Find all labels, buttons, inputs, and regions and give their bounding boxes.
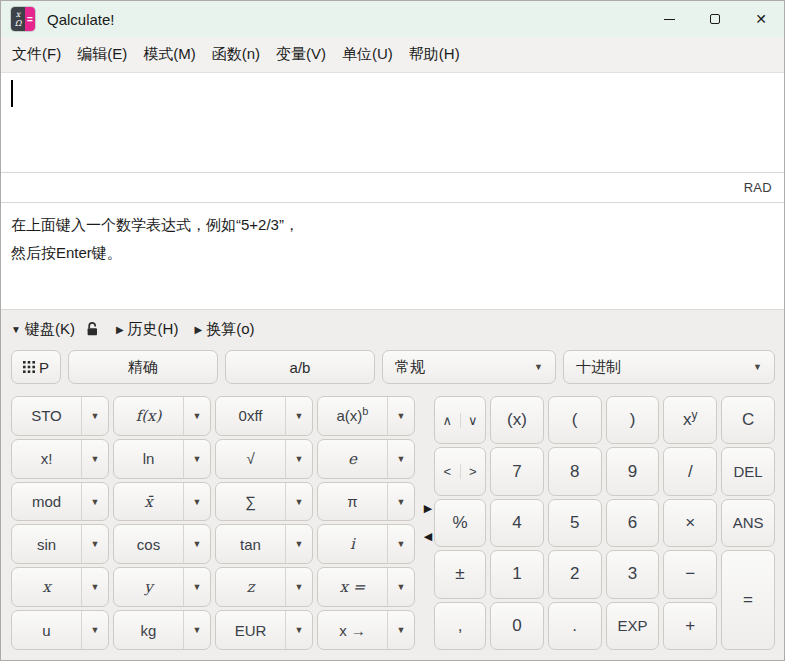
key-tan[interactable]: tan▼ [215,524,313,564]
key-solve[interactable]: x =▼ [317,567,415,607]
nav-right-icon[interactable]: > [460,464,486,479]
dropdown-arrow-icon[interactable]: ▼ [183,397,210,435]
key-subtract[interactable]: − [663,550,717,598]
exact-mode-button[interactable]: 精确 [68,350,218,384]
tab-convert[interactable]: ▶ 换算(o) [194,320,254,339]
key-comma[interactable]: , [434,602,486,650]
key-factorial[interactable]: x!▼ [11,439,109,479]
key-7[interactable]: 7 [490,447,544,495]
dropdown-arrow-icon[interactable]: ▼ [81,611,108,649]
lock-icon[interactable] [85,321,100,337]
key-answer[interactable]: ANS [721,499,775,547]
dropdown-arrow-icon[interactable]: ▼ [183,440,210,478]
tab-keyboard[interactable]: ▼ 键盘(K) [11,320,100,339]
key-unit-kg[interactable]: kg▼ [113,610,211,650]
dropdown-arrow-icon[interactable]: ▼ [285,483,312,521]
minimize-button[interactable] [646,1,692,37]
nav-down-icon[interactable]: ∨ [460,413,486,428]
menu-units[interactable]: 单位(U) [334,39,401,70]
key-store[interactable]: STO▼ [11,396,109,436]
expression-input[interactable] [1,73,784,172]
key-i[interactable]: i▼ [317,524,415,564]
key-percent[interactable]: % [434,499,486,547]
close-button[interactable]: ✕ [738,1,784,37]
angle-mode-status[interactable]: RAD [744,180,772,195]
dropdown-arrow-icon[interactable]: ▼ [285,568,312,606]
key-y[interactable]: y▼ [113,567,211,607]
key-open-paren[interactable]: ( [548,396,602,444]
key-base-exponent[interactable]: a(x)b▼ [317,396,415,436]
key-exp[interactable]: EXP [606,602,660,650]
nav-left-right-keys[interactable]: < > [434,447,486,495]
key-5[interactable]: 5 [548,499,602,547]
dropdown-arrow-icon[interactable]: ▼ [81,483,108,521]
number-format-select[interactable]: 常规 ▼ [382,350,556,384]
menu-help[interactable]: 帮助(H) [401,39,468,70]
key-x[interactable]: x▼ [11,567,109,607]
key-8[interactable]: 8 [548,447,602,495]
tab-history[interactable]: ▶ 历史(H) [116,320,179,339]
menu-mode[interactable]: 模式(M) [135,39,204,70]
key-function[interactable]: f(x)▼ [113,396,211,436]
dropdown-arrow-icon[interactable]: ▼ [183,483,210,521]
key-plus-minus[interactable]: ± [434,550,486,598]
key-0[interactable]: 0 [490,602,544,650]
key-ln[interactable]: ln▼ [113,439,211,479]
nav-up-icon[interactable]: ∧ [435,413,460,428]
dropdown-arrow-icon[interactable]: ▼ [387,483,414,521]
key-power[interactable]: xy [663,396,717,444]
key-unit-u[interactable]: u▼ [11,610,109,650]
key-3[interactable]: 3 [606,550,660,598]
dropdown-arrow-icon[interactable]: ▼ [183,611,210,649]
dropdown-arrow-icon[interactable]: ▼ [285,397,312,435]
key-z[interactable]: z▼ [215,567,313,607]
key-e[interactable]: e▼ [317,439,415,479]
key-1[interactable]: 1 [490,550,544,598]
dropdown-arrow-icon[interactable]: ▼ [285,525,312,563]
key-4[interactable]: 4 [490,499,544,547]
dropdown-arrow-icon[interactable]: ▼ [387,397,414,435]
dropdown-arrow-icon[interactable]: ▼ [387,611,414,649]
key-sum[interactable]: ∑▼ [215,482,313,522]
dropdown-arrow-icon[interactable]: ▼ [387,525,414,563]
key-cos[interactable]: cos▼ [113,524,211,564]
dropdown-arrow-icon[interactable]: ▼ [81,525,108,563]
key-convert[interactable]: x →▼ [317,610,415,650]
key-delete[interactable]: DEL [721,447,775,495]
dropdown-arrow-icon[interactable]: ▼ [387,568,414,606]
menu-functions[interactable]: 函数(n) [204,39,268,70]
key-mod[interactable]: mod▼ [11,482,109,522]
key-parenthesize[interactable]: (x) [490,396,544,444]
key-sqrt[interactable]: √▼ [215,439,313,479]
dropdown-arrow-icon[interactable]: ▼ [183,525,210,563]
menu-edit[interactable]: 编辑(E) [69,39,135,70]
key-decimal[interactable]: . [548,602,602,650]
number-base-select[interactable]: 十进制 ▼ [563,350,775,384]
dropdown-arrow-icon[interactable]: ▼ [81,440,108,478]
key-6[interactable]: 6 [606,499,660,547]
key-equals[interactable]: = [721,550,775,650]
key-9[interactable]: 9 [606,447,660,495]
dropdown-arrow-icon[interactable]: ▼ [387,440,414,478]
key-unit-eur[interactable]: EUR▼ [215,610,313,650]
key-multiply[interactable]: × [663,499,717,547]
dropdown-arrow-icon[interactable]: ▼ [183,568,210,606]
nav-left-icon[interactable]: < [435,464,460,479]
fraction-mode-button[interactable]: a/b [225,350,375,384]
dropdown-arrow-icon[interactable]: ▼ [285,611,312,649]
key-mean[interactable]: x̄▼ [113,482,211,522]
key-hex[interactable]: 0xff▼ [215,396,313,436]
key-pi[interactable]: π▼ [317,482,415,522]
nav-up-down-keys[interactable]: ∧ ∨ [434,396,486,444]
key-add[interactable]: + [663,602,717,650]
programming-keypad-button[interactable]: P [11,350,61,384]
key-2[interactable]: 2 [548,550,602,598]
dropdown-arrow-icon[interactable]: ▼ [81,397,108,435]
maximize-button[interactable] [692,1,738,37]
key-close-paren[interactable]: ) [606,396,660,444]
key-divide[interactable]: / [663,447,717,495]
key-sin[interactable]: sin▼ [11,524,109,564]
dropdown-arrow-icon[interactable]: ▼ [285,440,312,478]
key-clear[interactable]: C [721,396,775,444]
menu-variables[interactable]: 变量(V) [268,39,334,70]
